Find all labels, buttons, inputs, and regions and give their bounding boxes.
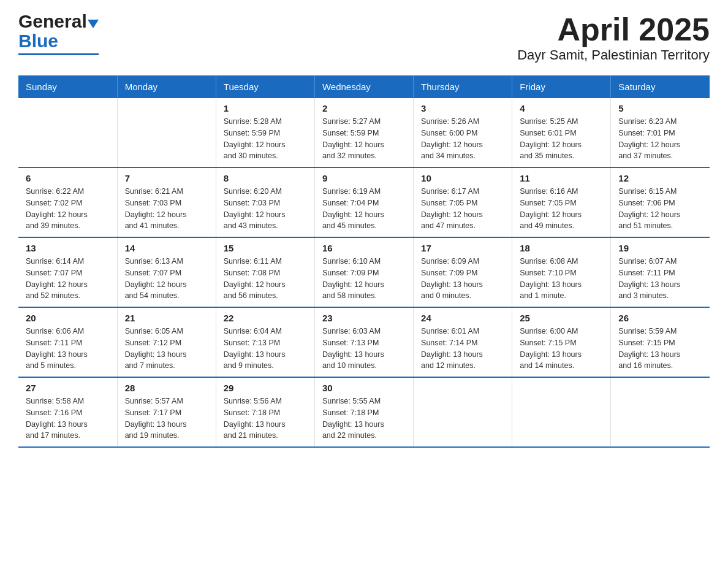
calendar-cell-w3-d5: 17Sunrise: 6:09 AMSunset: 7:09 PMDayligh…	[414, 237, 512, 307]
day-info: Sunrise: 5:28 AMSunset: 5:59 PMDaylight:…	[224, 116, 307, 162]
title-block: April 2025 Dayr Samit, Palestinian Terri…	[517, 12, 710, 63]
calendar-cell-w3-d3: 15Sunrise: 6:11 AMSunset: 7:08 PMDayligh…	[216, 237, 314, 307]
day-info: Sunrise: 6:15 AMSunset: 7:06 PMDaylight:…	[618, 186, 702, 232]
calendar-cell-w5-d3: 29Sunrise: 5:56 AMSunset: 7:18 PMDayligh…	[216, 377, 314, 447]
day-number: 25	[520, 313, 603, 323]
calendar-week-1: 1Sunrise: 5:28 AMSunset: 5:59 PMDaylight…	[18, 98, 710, 167]
day-info: Sunrise: 5:58 AMSunset: 7:16 PMDaylight:…	[26, 396, 110, 442]
day-number: 5	[618, 103, 702, 113]
calendar-cell-w1-d4: 2Sunrise: 5:27 AMSunset: 5:59 PMDaylight…	[314, 98, 413, 167]
day-number: 4	[520, 103, 603, 113]
day-info: Sunrise: 5:57 AMSunset: 7:17 PMDaylight:…	[125, 396, 208, 442]
calendar-cell-w5-d2: 28Sunrise: 5:57 AMSunset: 7:17 PMDayligh…	[117, 377, 216, 447]
calendar-cell-w2-d4: 9Sunrise: 6:19 AMSunset: 7:04 PMDaylight…	[314, 167, 413, 237]
day-info: Sunrise: 5:59 AMSunset: 7:15 PMDaylight:…	[618, 326, 702, 372]
calendar-week-2: 6Sunrise: 6:22 AMSunset: 7:02 PMDaylight…	[18, 167, 710, 237]
col-thursday: Thursday	[414, 75, 512, 98]
page-header: General Blue April 2025 Dayr Samit, Pale…	[18, 12, 710, 63]
day-info: Sunrise: 5:27 AMSunset: 5:59 PMDaylight:…	[322, 116, 406, 162]
logo-underline	[18, 53, 99, 55]
day-number: 2	[322, 103, 406, 113]
day-info: Sunrise: 6:13 AMSunset: 7:07 PMDaylight:…	[125, 256, 208, 302]
day-info: Sunrise: 5:56 AMSunset: 7:18 PMDaylight:…	[224, 396, 307, 442]
calendar-cell-w5-d5	[414, 377, 512, 447]
calendar-cell-w1-d2	[117, 98, 216, 167]
calendar-cell-w2-d2: 7Sunrise: 6:21 AMSunset: 7:03 PMDaylight…	[117, 167, 216, 237]
logo-blue-text: Blue	[18, 31, 58, 52]
day-info: Sunrise: 6:19 AMSunset: 7:04 PMDaylight:…	[322, 186, 406, 232]
calendar-week-3: 13Sunrise: 6:14 AMSunset: 7:07 PMDayligh…	[18, 237, 710, 307]
page-title: April 2025	[517, 12, 710, 47]
col-wednesday: Wednesday	[314, 75, 413, 98]
day-info: Sunrise: 6:00 AMSunset: 7:15 PMDaylight:…	[520, 326, 603, 372]
day-info: Sunrise: 6:07 AMSunset: 7:11 PMDaylight:…	[618, 256, 702, 302]
day-number: 15	[224, 243, 307, 253]
day-info: Sunrise: 6:22 AMSunset: 7:02 PMDaylight:…	[26, 186, 110, 232]
day-number: 23	[322, 313, 406, 323]
day-number: 22	[224, 313, 307, 323]
calendar-cell-w5-d1: 27Sunrise: 5:58 AMSunset: 7:16 PMDayligh…	[18, 377, 117, 447]
day-number: 6	[26, 173, 110, 183]
calendar-cell-w4-d1: 20Sunrise: 6:06 AMSunset: 7:11 PMDayligh…	[18, 307, 117, 377]
calendar-cell-w2-d7: 12Sunrise: 6:15 AMSunset: 7:06 PMDayligh…	[611, 167, 710, 237]
day-number: 24	[421, 313, 504, 323]
logo: General Blue	[18, 12, 99, 55]
calendar-table: Sunday Monday Tuesday Wednesday Thursday…	[18, 75, 710, 448]
calendar-cell-w3-d4: 16Sunrise: 6:10 AMSunset: 7:09 PMDayligh…	[314, 237, 413, 307]
calendar-cell-w1-d1	[18, 98, 117, 167]
logo-general-text: General	[18, 12, 87, 31]
col-sunday: Sunday	[18, 75, 117, 98]
calendar-cell-w3-d1: 13Sunrise: 6:14 AMSunset: 7:07 PMDayligh…	[18, 237, 117, 307]
day-info: Sunrise: 6:16 AMSunset: 7:05 PMDaylight:…	[520, 186, 603, 232]
calendar-cell-w4-d2: 21Sunrise: 6:05 AMSunset: 7:12 PMDayligh…	[117, 307, 216, 377]
day-info: Sunrise: 6:21 AMSunset: 7:03 PMDaylight:…	[125, 186, 208, 232]
calendar-cell-w2-d6: 11Sunrise: 6:16 AMSunset: 7:05 PMDayligh…	[512, 167, 611, 237]
day-info: Sunrise: 6:06 AMSunset: 7:11 PMDaylight:…	[26, 326, 110, 372]
calendar-cell-w1-d5: 3Sunrise: 5:26 AMSunset: 6:00 PMDaylight…	[414, 98, 512, 167]
calendar-cell-w1-d3: 1Sunrise: 5:28 AMSunset: 5:59 PMDaylight…	[216, 98, 314, 167]
day-info: Sunrise: 6:08 AMSunset: 7:10 PMDaylight:…	[520, 256, 603, 302]
day-info: Sunrise: 5:55 AMSunset: 7:18 PMDaylight:…	[322, 396, 406, 442]
day-number: 29	[224, 383, 307, 393]
col-saturday: Saturday	[611, 75, 710, 98]
day-number: 18	[520, 243, 603, 253]
day-number: 21	[125, 313, 208, 323]
col-friday: Friday	[512, 75, 611, 98]
day-number: 27	[26, 383, 110, 393]
calendar-cell-w2-d5: 10Sunrise: 6:17 AMSunset: 7:05 PMDayligh…	[414, 167, 512, 237]
day-number: 20	[26, 313, 110, 323]
calendar-header-row: Sunday Monday Tuesday Wednesday Thursday…	[18, 75, 710, 98]
calendar-cell-w3-d7: 19Sunrise: 6:07 AMSunset: 7:11 PMDayligh…	[611, 237, 710, 307]
day-info: Sunrise: 6:17 AMSunset: 7:05 PMDaylight:…	[421, 186, 504, 232]
day-info: Sunrise: 6:11 AMSunset: 7:08 PMDaylight:…	[224, 256, 307, 302]
calendar-cell-w3-d6: 18Sunrise: 6:08 AMSunset: 7:10 PMDayligh…	[512, 237, 611, 307]
calendar-cell-w5-d6	[512, 377, 611, 447]
day-info: Sunrise: 6:23 AMSunset: 7:01 PMDaylight:…	[618, 116, 702, 162]
day-number: 7	[125, 173, 208, 183]
day-number: 11	[520, 173, 603, 183]
day-info: Sunrise: 6:10 AMSunset: 7:09 PMDaylight:…	[322, 256, 406, 302]
calendar-cell-w4-d7: 26Sunrise: 5:59 AMSunset: 7:15 PMDayligh…	[611, 307, 710, 377]
calendar-cell-w2-d1: 6Sunrise: 6:22 AMSunset: 7:02 PMDaylight…	[18, 167, 117, 237]
day-number: 13	[26, 243, 110, 253]
page-subtitle: Dayr Samit, Palestinian Territory	[517, 47, 710, 63]
calendar-week-4: 20Sunrise: 6:06 AMSunset: 7:11 PMDayligh…	[18, 307, 710, 377]
day-number: 30	[322, 383, 406, 393]
day-info: Sunrise: 6:14 AMSunset: 7:07 PMDaylight:…	[26, 256, 110, 302]
day-info: Sunrise: 6:03 AMSunset: 7:13 PMDaylight:…	[322, 326, 406, 372]
calendar-cell-w1-d6: 4Sunrise: 5:25 AMSunset: 6:01 PMDaylight…	[512, 98, 611, 167]
calendar-cell-w4-d4: 23Sunrise: 6:03 AMSunset: 7:13 PMDayligh…	[314, 307, 413, 377]
calendar-cell-w4-d5: 24Sunrise: 6:01 AMSunset: 7:14 PMDayligh…	[414, 307, 512, 377]
day-info: Sunrise: 5:26 AMSunset: 6:00 PMDaylight:…	[421, 116, 504, 162]
day-info: Sunrise: 6:20 AMSunset: 7:03 PMDaylight:…	[224, 186, 307, 232]
calendar-cell-w4-d6: 25Sunrise: 6:00 AMSunset: 7:15 PMDayligh…	[512, 307, 611, 377]
day-number: 19	[618, 243, 702, 253]
day-info: Sunrise: 6:01 AMSunset: 7:14 PMDaylight:…	[421, 326, 504, 372]
day-info: Sunrise: 5:25 AMSunset: 6:01 PMDaylight:…	[520, 116, 603, 162]
col-tuesday: Tuesday	[216, 75, 314, 98]
calendar-week-5: 27Sunrise: 5:58 AMSunset: 7:16 PMDayligh…	[18, 377, 710, 447]
logo-triangle-icon	[88, 20, 99, 28]
calendar-cell-w3-d2: 14Sunrise: 6:13 AMSunset: 7:07 PMDayligh…	[117, 237, 216, 307]
day-number: 16	[322, 243, 406, 253]
calendar-cell-w5-d4: 30Sunrise: 5:55 AMSunset: 7:18 PMDayligh…	[314, 377, 413, 447]
